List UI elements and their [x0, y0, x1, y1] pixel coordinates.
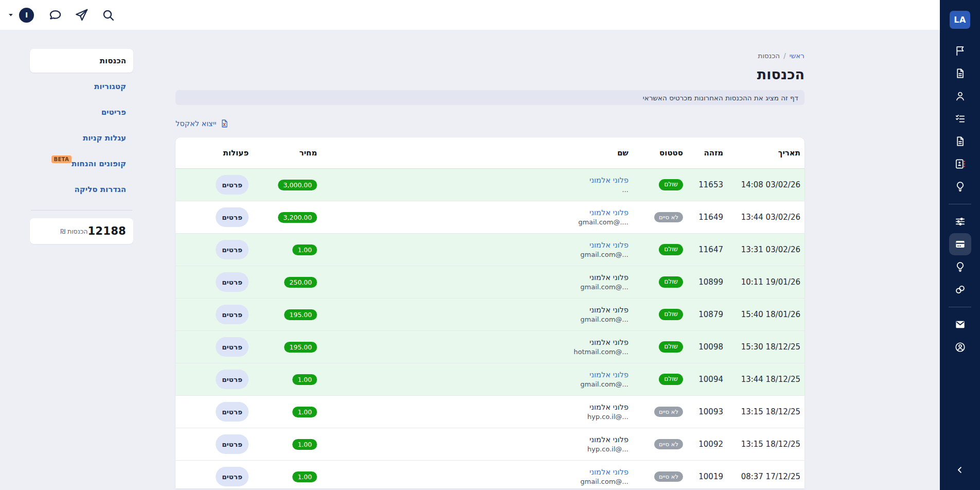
menu-item-5[interactable]: הגדרות סליקה [30, 178, 133, 201]
document-icon[interactable] [954, 67, 966, 79]
export-row: ייצוא לאקסל [176, 119, 804, 128]
account-icon[interactable] [954, 341, 966, 353]
details-button[interactable]: פרטים [216, 434, 249, 454]
price-pill: 1.00 [292, 374, 317, 385]
breadcrumb-separator: / [783, 51, 786, 60]
menu-item-4[interactable]: קופונים והנחותBETA [30, 152, 133, 176]
row-id: 11649 [683, 213, 723, 222]
chevron-left-icon[interactable] [940, 465, 980, 475]
link-icon[interactable] [954, 284, 966, 295]
price-pill: 1.00 [292, 471, 317, 482]
row-status-cell: שולם [628, 341, 683, 352]
row-date: 14:08 03/02/26 [723, 180, 804, 189]
row-status-cell: לא סיים [628, 439, 683, 450]
credit-card-icon[interactable] [949, 233, 971, 255]
menu-item-0[interactable]: הכנסות [30, 49, 133, 73]
table-row: 13:44 03/02/2611649לא סייםפלוני אלמוניgm… [176, 201, 804, 234]
breadcrumb: ראשי / הכנסות [176, 51, 804, 60]
status-badge: לא סיים [654, 471, 683, 482]
chat-icon[interactable] [48, 8, 62, 22]
customer-name: פלוני אלמוני [345, 337, 628, 347]
customer-email: hyp.co.il@... [345, 445, 628, 454]
header-status: סטטוס [628, 148, 683, 157]
icon-rail: LA [940, 0, 980, 490]
row-id: 10098 [683, 342, 723, 352]
row-customer-cell: פלוני אלמוניgmail.com@... [330, 370, 628, 389]
customer-email: gmail.com@... [345, 380, 628, 389]
customer-name[interactable]: פלוני אלמוני [345, 175, 628, 185]
table-header-row: תאריך מזהה סטטוס שם מחיר פעולות [176, 137, 804, 169]
row-price-cell: 3,200.00 [263, 212, 330, 223]
details-button[interactable]: פרטים [216, 467, 249, 486]
row-status-cell: לא סיים [628, 212, 683, 223]
search-icon[interactable] [102, 9, 115, 22]
row-date: 15:40 18/01/26 [723, 310, 804, 319]
caret-down-icon[interactable] [7, 11, 14, 19]
user-avatar[interactable]: I [19, 8, 34, 23]
page-icon[interactable] [954, 135, 966, 147]
menu-item-label: הגדרות סליקה [74, 185, 126, 194]
row-customer-cell: פלוני אלמוניgmail.com@.... [330, 207, 628, 227]
flag-icon[interactable] [954, 45, 966, 57]
customer-name[interactable]: פלוני אלמוני [345, 207, 628, 218]
menu-item-label: הכנסות [100, 56, 126, 65]
details-button[interactable]: פרטים [216, 370, 249, 389]
checklist-icon[interactable] [954, 113, 966, 125]
customer-name[interactable]: פלוני אלמוני [345, 370, 628, 380]
row-price-cell: 1.00 [263, 439, 330, 450]
side-menu: הכנסותקטגוריותפריטיםעגלות קניותקופונים ו… [30, 49, 133, 244]
revenue-total-label: ₪ הכנסות [60, 227, 87, 235]
details-button[interactable]: פרטים [216, 337, 249, 357]
row-status-cell: לא סיים [628, 407, 683, 417]
row-actions-cell: פרטים [176, 402, 263, 422]
page-title: הכנסות [176, 66, 804, 82]
status-badge: שולם [659, 244, 683, 255]
mail-icon[interactable] [954, 319, 966, 330]
price-pill: 3,200.00 [278, 212, 317, 223]
rail-divider [949, 204, 971, 204]
app-logo[interactable]: LA [950, 11, 970, 29]
row-actions-cell: פרטים [176, 272, 263, 292]
customer-name[interactable]: פלוני אלמוני [345, 240, 628, 250]
revenue-total-value: 12188 [87, 225, 126, 237]
contact-card-icon[interactable] [954, 158, 966, 170]
send-icon[interactable] [75, 8, 89, 22]
customer-email: ... [345, 185, 628, 195]
details-button[interactable]: פרטים [216, 305, 249, 324]
customer-name: פלוני אלמוני [345, 402, 628, 412]
customer-icon[interactable] [954, 90, 966, 102]
idea-icon[interactable] [954, 261, 966, 273]
row-status-cell: שולם [628, 276, 683, 287]
export-to-excel-link[interactable]: ייצוא לאקסל [176, 119, 229, 128]
menu-item-1[interactable]: קטגוריות [30, 75, 133, 98]
row-price-cell: 195.00 [263, 342, 330, 353]
table-body: 14:08 03/02/2611653שולםפלוני אלמוני...3,… [176, 169, 804, 488]
row-status-cell: שולם [628, 244, 683, 255]
details-button[interactable]: פרטים [216, 402, 249, 422]
details-button[interactable]: פרטים [216, 240, 249, 259]
row-id: 10899 [683, 277, 723, 287]
menu-divider [31, 210, 132, 211]
breadcrumb-home-link[interactable]: ראשי [790, 51, 804, 60]
row-price-cell: 1.00 [263, 244, 330, 255]
details-button[interactable]: פרטים [216, 207, 249, 227]
beta-badge: BETA [51, 155, 72, 163]
customer-email: gmail.com@.... [345, 218, 628, 227]
customer-name[interactable]: פלוני אלמוני [345, 467, 628, 477]
row-customer-cell: פלוני אלמוניhyp.co.il@... [330, 402, 628, 422]
table-row: 13:44 18/12/2510094שולםפלוני אלמוניgmail… [176, 363, 804, 396]
menu-item-2[interactable]: פריטים [30, 100, 133, 124]
row-id: 10019 [683, 472, 723, 481]
menu-item-label: קופונים והנחות [72, 159, 126, 168]
status-badge: שולם [659, 179, 683, 190]
lightbulb-icon[interactable] [954, 181, 966, 192]
menu-item-3[interactable]: עגלות קניות [30, 126, 133, 150]
details-button[interactable]: פרטים [216, 175, 249, 195]
table-row: 13:15 18/12/2510093לא סייםפלוני אלמוניhy… [176, 396, 804, 428]
app-root: I LA הכנסותקטגוריותפריטיםעגלות קניותקופו… [0, 0, 980, 490]
page-subtitle: דף זה מציג את ההכנסות האחרונות מכרטיס הא… [176, 90, 804, 105]
status-badge: שולם [659, 341, 683, 352]
row-status-cell: שולם [628, 179, 683, 190]
details-button[interactable]: פרטים [216, 272, 249, 292]
sliders-icon[interactable] [954, 216, 966, 227]
